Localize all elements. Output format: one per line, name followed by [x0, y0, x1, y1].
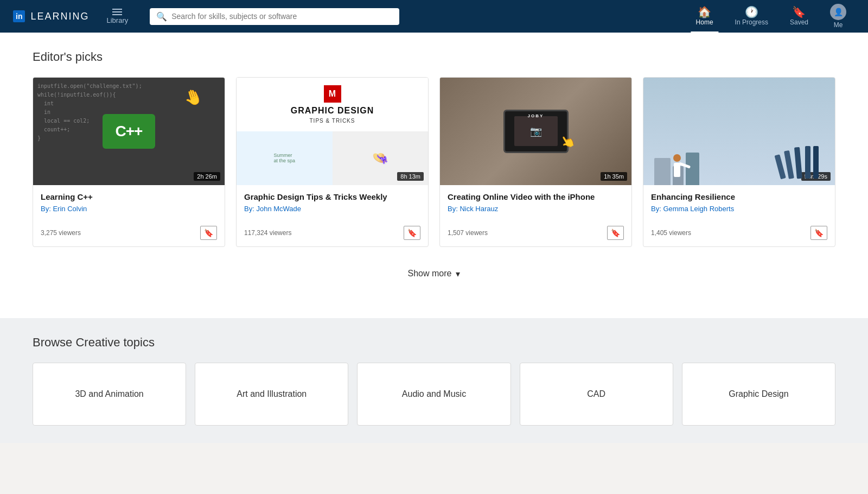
- duration-badge-0: 2h 26m: [194, 172, 220, 181]
- topic-label-2: Audio and Music: [402, 389, 466, 399]
- card-title-2: Creating Online Video with the iPhone: [448, 192, 624, 202]
- nav-in-progress[interactable]: 🕐 In Progress: [726, 3, 777, 29]
- duration-badge-1: 8h 13m: [397, 172, 424, 181]
- library-button[interactable]: Library: [102, 7, 132, 27]
- card-graphic-design[interactable]: M GRAPHIC DESIGN TIPS & TRICKS Summerat …: [236, 77, 429, 247]
- topic-label-4: Graphic Design: [729, 389, 788, 399]
- browse-topics-title: Browse Creative topics: [33, 335, 835, 350]
- woman-icon: 👒: [372, 150, 388, 166]
- card-footer-1: 117,324 viewers 🔖: [244, 221, 420, 240]
- bookmark-button-1[interactable]: 🔖: [404, 226, 420, 240]
- nav-in-progress-label: In Progress: [735, 18, 768, 26]
- topic-audio-music[interactable]: Audio and Music: [357, 363, 510, 426]
- search-input[interactable]: [171, 12, 393, 21]
- show-more-label: Show more: [408, 269, 452, 278]
- card-thumbnail-cpp: inputfile.open("challenge.txt"); while(!…: [33, 78, 225, 185]
- card-title-1: Graphic Design Tips & Tricks Weekly: [244, 192, 420, 202]
- card-thumbnail-gd: M GRAPHIC DESIGN TIPS & TRICKS Summerat …: [237, 78, 428, 185]
- search-container: 🔍: [150, 8, 399, 25]
- topic-label-3: CAD: [587, 389, 605, 399]
- cpp-logo: C++: [103, 114, 156, 149]
- show-more-button[interactable]: Show more ▾: [399, 264, 469, 283]
- editors-picks-title: Editor's picks: [33, 50, 835, 64]
- card-body-gd: Graphic Design Tips & Tricks Weekly By: …: [237, 185, 428, 246]
- chevron-down-icon: ▾: [456, 269, 460, 279]
- bookmark-icon-2: 🔖: [611, 229, 620, 237]
- gd-logo-icon: M: [324, 85, 341, 103]
- cards-grid: inputfile.open("challenge.txt"); while(!…: [33, 77, 835, 247]
- card-body-resilience: Enhancing Resilience By: Gemma Leigh Rob…: [643, 185, 835, 246]
- app-name: LEARNING: [30, 11, 89, 22]
- card-iphone[interactable]: JOBY 📷 👆 1h 35m Creating Online Video wi…: [439, 77, 632, 247]
- card-title-3: Enhancing Resilience: [651, 192, 827, 202]
- bookmark-icon-1: 🔖: [407, 229, 417, 237]
- clock-icon: 🕐: [745, 7, 758, 17]
- home-icon: 🏠: [698, 7, 711, 17]
- card-thumbnail-resilience: 53m 29s: [643, 78, 835, 185]
- bookmark-button-3[interactable]: 🔖: [810, 226, 827, 240]
- nav-home-label: Home: [696, 18, 713, 26]
- viewers-3: 1,405 viewers: [651, 229, 691, 237]
- topics-grid: 3D and Animation Art and Illustration Au…: [33, 363, 835, 426]
- bookmark-button-0[interactable]: 🔖: [200, 226, 217, 240]
- card-footer-0: 3,275 viewers 🔖: [41, 221, 217, 240]
- card-footer-3: 1,405 viewers 🔖: [651, 221, 827, 240]
- avatar: 👤: [830, 4, 846, 20]
- topic-label-1: Art and Illustration: [237, 389, 307, 399]
- card-body-iphone: Creating Online Video with the iPhone By…: [440, 185, 631, 246]
- viewers-1: 117,324 viewers: [244, 229, 291, 237]
- card-title-0: Learning C++: [41, 192, 217, 202]
- viewers-0: 3,275 viewers: [41, 229, 81, 237]
- header: in LEARNING Library 🔍 🏠 Home 🕐 In Progre…: [0, 0, 868, 33]
- topic-label-0: 3D and Animation: [75, 389, 143, 399]
- topic-cad[interactable]: CAD: [520, 363, 673, 426]
- hamburger-icon: [112, 9, 122, 15]
- duration-badge-2: 1h 35m: [601, 172, 627, 181]
- search-box: 🔍: [150, 8, 399, 25]
- topic-art-illustration[interactable]: Art and Illustration: [195, 363, 348, 426]
- card-footer-2: 1,507 viewers 🔖: [448, 221, 624, 240]
- search-icon: 🔍: [156, 11, 167, 22]
- viewers-2: 1,507 viewers: [448, 229, 488, 237]
- card-author-1: By: John McWade: [244, 205, 420, 213]
- card-resilience[interactable]: 53m 29s Enhancing Resilience By: Gemma L…: [643, 77, 835, 247]
- card-cpp[interactable]: inputfile.open("challenge.txt"); while(!…: [33, 77, 225, 247]
- linkedin-logo: in: [13, 10, 25, 22]
- logo-area: in LEARNING: [13, 10, 89, 22]
- nav-home[interactable]: 🏠 Home: [687, 3, 722, 29]
- show-more-container: Show more ▾: [33, 264, 835, 283]
- bookmark-icon-0: 🔖: [204, 229, 213, 237]
- library-label: Library: [106, 16, 128, 24]
- topic-3d-animation[interactable]: 3D and Animation: [33, 363, 186, 426]
- card-author-0: By: Erin Colvin: [41, 205, 217, 213]
- nav-right: 🏠 Home 🕐 In Progress 🔖 Saved 👤 Me: [687, 1, 855, 32]
- bookmark-icon-3: 🔖: [814, 229, 824, 237]
- nav-me[interactable]: 👤 Me: [821, 1, 855, 32]
- card-body-cpp: Learning C++ By: Erin Colvin 3,275 viewe…: [33, 185, 225, 246]
- card-author-2: By: Nick Harauz: [448, 205, 624, 213]
- topic-graphic-design[interactable]: Graphic Design: [682, 363, 835, 426]
- main-content: Editor's picks inputfile.open("challenge…: [0, 33, 868, 318]
- card-author-3: By: Gemma Leigh Roberts: [651, 205, 827, 213]
- nav-saved-label: Saved: [790, 18, 808, 26]
- bookmark-nav-icon: 🔖: [792, 7, 806, 17]
- nav-saved[interactable]: 🔖 Saved: [781, 3, 817, 29]
- bookmark-button-2[interactable]: 🔖: [607, 226, 624, 240]
- nav-me-label: Me: [834, 21, 843, 29]
- card-thumbnail-iphone: JOBY 📷 👆 1h 35m: [440, 78, 631, 185]
- browse-section: Browse Creative topics 3D and Animation …: [0, 318, 868, 443]
